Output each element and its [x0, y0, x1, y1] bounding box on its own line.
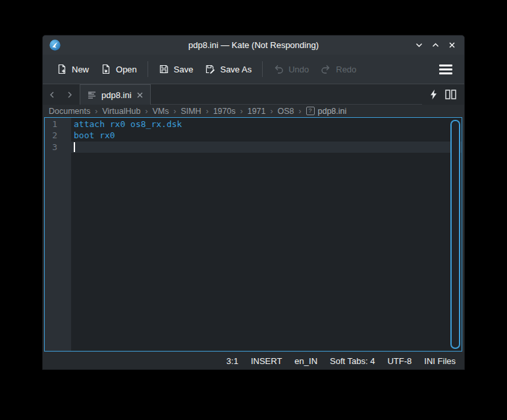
breadcrumb-item[interactable]: Documents	[49, 107, 90, 116]
tab-pdp8-ini[interactable]: pdp8.ini	[80, 84, 151, 105]
window-title: pdp8.ini — Kate (Not Responding)	[43, 40, 464, 50]
save-button-label: Save	[174, 65, 194, 74]
breadcrumb-item[interactable]: 1971	[248, 107, 266, 116]
breadcrumb-item[interactable]: 1970s	[213, 107, 236, 116]
unknown-file-icon: ?	[306, 107, 315, 115]
code-line-1: attach rx0 os8_rx.dsk	[71, 118, 462, 130]
open-button[interactable]: Open	[95, 60, 143, 78]
line-number: 1	[45, 118, 57, 130]
chevron-left-icon	[48, 91, 56, 99]
titlebar[interactable]: pdp8.ini — Kate (Not Responding)	[43, 36, 464, 55]
breadcrumb: Documents › VirtualHub › VMs › SIMH › 19…	[43, 105, 464, 117]
hamburger-menu-button[interactable]	[439, 62, 452, 77]
text-cursor	[74, 142, 75, 152]
save-button[interactable]: Save	[153, 60, 200, 78]
redo-button[interactable]: Redo	[315, 60, 362, 78]
breadcrumb-item[interactable]: OS8	[278, 107, 294, 116]
save-icon	[159, 64, 169, 74]
tab-bar: pdp8.ini	[43, 84, 464, 105]
open-button-label: Open	[116, 65, 137, 74]
undo-button[interactable]: Undo	[267, 60, 315, 78]
new-button-label: New	[72, 65, 89, 74]
breadcrumb-separator: ›	[299, 107, 302, 116]
breadcrumb-item[interactable]: VMs	[152, 107, 169, 116]
breadcrumb-separator: ›	[145, 107, 147, 116]
close-button[interactable]	[447, 41, 456, 50]
text-edit-area[interactable]: attach rx0 os8_rx.dsk boot rx0	[71, 118, 462, 351]
save-as-icon	[205, 64, 215, 74]
status-dictionary[interactable]: en_IN	[294, 355, 318, 367]
save-as-button-label: Save As	[220, 65, 252, 74]
status-cursor-position[interactable]: 3:1	[226, 355, 239, 367]
redo-icon	[321, 64, 331, 74]
breadcrumb-separator: ›	[95, 107, 97, 116]
open-document-icon	[101, 64, 111, 74]
maximize-button[interactable]	[431, 41, 440, 50]
toolbar-separator	[262, 61, 263, 77]
code-line-2: boot rx0	[71, 130, 462, 141]
editor-scrollbar-slider[interactable]	[450, 120, 460, 349]
new-button[interactable]: New	[51, 60, 95, 78]
breadcrumb-item[interactable]: SIMH	[180, 107, 201, 116]
undo-icon	[273, 64, 284, 74]
breadcrumb-separator: ›	[240, 107, 243, 116]
tab-bar-empty-area	[151, 84, 422, 105]
minimize-button[interactable]	[414, 41, 423, 50]
tab-label: pdp8.ini	[101, 90, 132, 100]
line-number-gutter: 1 2 3	[45, 118, 71, 351]
tab-back-button[interactable]	[43, 84, 61, 105]
breadcrumb-item[interactable]: VirtualHub	[102, 107, 140, 116]
toolbar-separator	[147, 61, 148, 77]
breadcrumb-separator: ›	[271, 107, 273, 116]
status-file-type[interactable]: INI Files	[423, 355, 456, 367]
split-view-icon[interactable]	[445, 90, 456, 99]
breadcrumb-separator: ›	[206, 107, 209, 116]
line-number: 2	[45, 130, 57, 141]
code-line-3-current	[71, 142, 462, 153]
redo-button-label: Redo	[336, 65, 356, 74]
tab-close-icon[interactable]	[136, 92, 144, 99]
undo-button-label: Undo	[288, 65, 309, 74]
editor-view: 1 2 3 attach rx0 os8_rx.dsk boot rx0	[44, 117, 462, 352]
breadcrumb-current-file-label: pdp8.ini	[318, 107, 347, 116]
status-bar: 3:1 INSERT en_IN Soft Tabs: 4 UTF-8 INI …	[43, 352, 464, 369]
line-number: 3	[45, 142, 57, 153]
tab-forward-button[interactable]	[61, 84, 78, 105]
kate-window: pdp8.ini — Kate (Not Responding) New	[42, 35, 465, 370]
quick-open-lightning-icon[interactable]	[430, 90, 437, 99]
chevron-right-icon	[66, 91, 74, 99]
save-as-button[interactable]: Save As	[199, 60, 257, 78]
new-document-icon	[57, 64, 67, 74]
breadcrumb-separator: ›	[173, 107, 176, 116]
breadcrumb-current-file[interactable]: ? pdp8.ini	[306, 107, 347, 116]
status-encoding[interactable]: UTF-8	[387, 355, 412, 367]
status-tab-width[interactable]: Soft Tabs: 4	[329, 355, 375, 367]
main-toolbar: New Open Save Save As	[43, 55, 464, 84]
document-text-icon	[87, 90, 97, 100]
status-input-mode[interactable]: INSERT	[250, 355, 282, 367]
